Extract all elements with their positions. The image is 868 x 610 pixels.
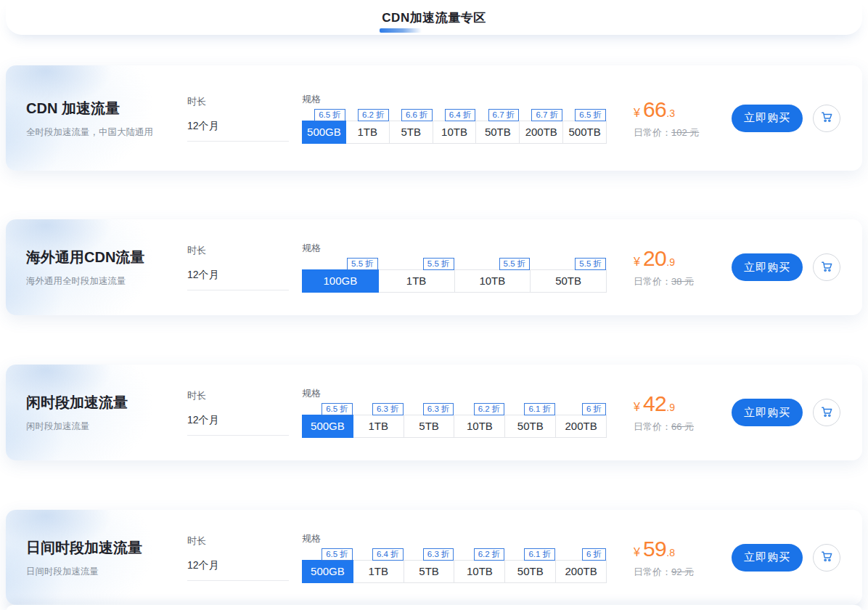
daily-price: 日常价：66 元 — [634, 420, 694, 434]
spec-size-label: 200TB — [525, 126, 557, 138]
spec-option-10tb[interactable]: 5.5 折10TB — [454, 269, 531, 293]
spec-options: 6.5 折500GB6.4 折1TB6.3 折5TB6.2 折10TB6.1 折… — [302, 560, 607, 583]
spec-size-label: 200TB — [565, 420, 597, 432]
buy-now-button[interactable]: 立即购买 — [732, 105, 803, 132]
discount-badge: 6.3 折 — [423, 403, 454, 415]
spec-size-label: 10TB — [467, 565, 493, 577]
original-price: 38 元 — [671, 276, 694, 287]
duration-option-12-months[interactable]: 12个月 — [187, 559, 289, 581]
discount-badge: 6.7 折 — [531, 109, 562, 121]
add-to-cart-button[interactable] — [813, 544, 840, 572]
spec-size-label: 1TB — [358, 126, 378, 138]
currency-symbol: ¥ — [634, 401, 640, 413]
cart-icon — [819, 549, 834, 566]
spec-option-500gb[interactable]: 6.5 折500GB — [302, 560, 353, 583]
spec-option-5tb[interactable]: 6.3 折5TB — [404, 415, 455, 438]
buy-now-button[interactable]: 立即购买 — [732, 399, 803, 426]
discount-badge: 6.4 折 — [445, 109, 476, 121]
product-card-idle-time: 闲时段加速流量 闲时段加速流量 时长 12个月 规格 6.5 折500GB6.3… — [6, 365, 862, 460]
original-price: 66 元 — [671, 421, 694, 432]
spec-size-label: 100GB — [324, 274, 358, 287]
title-underline-decor — [380, 28, 422, 33]
spec-size-label: 50TB — [517, 565, 544, 577]
spec-option-5tb[interactable]: 6.3 折5TB — [404, 560, 455, 583]
product-subtitle: 闲时段加速流量 — [26, 420, 179, 433]
daily-price: 日常价：102 元 — [634, 126, 699, 139]
original-price: 92 元 — [671, 566, 694, 577]
product-title: 闲时段加速流量 — [26, 393, 179, 412]
discount-badge: 5.5 折 — [423, 258, 454, 270]
spec-size-label: 500GB — [311, 420, 345, 432]
product-subtitle: 全时段加速流量，中国大陆通用 — [26, 126, 179, 138]
duration-option-12-months[interactable]: 12个月 — [187, 120, 289, 142]
spec-option-500tb[interactable]: 6.5 折500TB — [562, 121, 607, 144]
spec-label: 规格 — [302, 242, 607, 255]
spec-option-50tb[interactable]: 6.1 折50TB — [504, 560, 556, 583]
cart-icon — [819, 404, 834, 421]
duration-option-12-months[interactable]: 12个月 — [187, 414, 289, 436]
spec-size-label: 50TB — [555, 274, 581, 287]
spec-option-1tb[interactable]: 6.2 折1TB — [345, 121, 390, 144]
spec-label: 规格 — [302, 387, 607, 400]
spec-label: 规格 — [302, 93, 607, 106]
spec-size-label: 500TB — [568, 126, 600, 138]
product-title: 日间时段加速流量 — [26, 537, 179, 557]
discount-badge: 6.5 折 — [322, 403, 353, 415]
daily-price: 日常价：92 元 — [634, 566, 694, 579]
buy-now-button[interactable]: 立即购买 — [732, 544, 803, 572]
buy-now-button[interactable]: 立即购买 — [732, 253, 803, 281]
spec-option-1tb[interactable]: 5.5 折1TB — [378, 269, 455, 293]
discount-badge: 5.5 折 — [575, 258, 606, 270]
discount-badge: 6.4 折 — [372, 548, 404, 561]
spec-option-50tb[interactable]: 5.5 折50TB — [530, 269, 607, 293]
spec-option-10tb[interactable]: 6.2 折10TB — [454, 415, 505, 438]
discount-badge: 6 折 — [582, 403, 606, 415]
spec-size-label: 1TB — [368, 565, 388, 577]
spec-size-label: 1TB — [406, 274, 427, 287]
add-to-cart-button[interactable] — [813, 253, 840, 281]
add-to-cart-button[interactable] — [813, 105, 840, 132]
discount-badge: 6.6 折 — [401, 109, 433, 121]
product-card-cdn: CDN 加速流量 全时段加速流量，中国大陆通用 时长 12个月 规格 6.5 折… — [6, 65, 862, 171]
duration-option-12-months[interactable]: 12个月 — [187, 269, 289, 290]
spec-option-10tb[interactable]: 6.2 折10TB — [454, 560, 505, 583]
currency-symbol: ¥ — [634, 107, 640, 119]
add-to-cart-button[interactable] — [813, 399, 840, 426]
currency-symbol: ¥ — [634, 546, 640, 558]
spec-option-50tb[interactable]: 6.7 折50TB — [475, 121, 520, 144]
page-title: CDN加速流量专区 — [382, 9, 486, 26]
current-price: ¥20.9 — [634, 246, 694, 271]
original-price: 102 元 — [671, 127, 699, 138]
spec-option-1tb[interactable]: 6.3 折1TB — [353, 415, 404, 438]
spec-size-label: 50TB — [485, 126, 511, 138]
spec-size-label: 5TB — [419, 420, 439, 432]
discount-badge: 6.5 折 — [575, 109, 606, 121]
discount-badge: 6.3 折 — [423, 548, 454, 561]
discount-badge: 5.5 折 — [499, 258, 531, 270]
spec-option-1tb[interactable]: 6.4 折1TB — [353, 560, 404, 583]
currency-symbol: ¥ — [634, 256, 640, 268]
spec-size-label: 1TB — [368, 420, 388, 432]
spec-option-50tb[interactable]: 6.1 折50TB — [504, 415, 556, 438]
spec-option-200tb[interactable]: 6.7 折200TB — [519, 121, 563, 144]
spec-size-label: 200TB — [565, 565, 597, 577]
product-title: 海外通用CDN流量 — [26, 248, 179, 267]
spec-option-200tb[interactable]: 6 折200TB — [555, 415, 607, 438]
duration-label: 时长 — [187, 95, 289, 108]
spec-option-5tb[interactable]: 6.6 折5TB — [389, 121, 433, 144]
spec-option-200tb[interactable]: 6 折200TB — [555, 560, 607, 583]
discount-badge: 6.2 折 — [358, 109, 389, 121]
cart-icon — [819, 110, 834, 126]
spec-option-10tb[interactable]: 6.4 折10TB — [433, 121, 477, 144]
duration-label: 时长 — [187, 534, 289, 548]
spec-option-500gb[interactable]: 6.5 折500GB — [302, 121, 346, 144]
spec-option-500gb[interactable]: 6.5 折500GB — [302, 415, 353, 438]
product-card-daytime: 日间时段加速流量 日间时段加速流量 时长 12个月 规格 6.5 折500GB6… — [6, 510, 862, 605]
section-header: CDN加速流量专区 — [6, 0, 862, 35]
spec-size-label: 10TB — [441, 126, 467, 138]
discount-badge: 6.5 折 — [314, 109, 345, 121]
spec-option-100gb[interactable]: 5.5 折100GB — [302, 269, 379, 293]
current-price: ¥42.9 — [634, 391, 694, 416]
spec-options: 5.5 折100GB5.5 折1TB5.5 折10TB5.5 折50TB — [302, 269, 607, 293]
discount-badge: 6 折 — [582, 548, 606, 561]
